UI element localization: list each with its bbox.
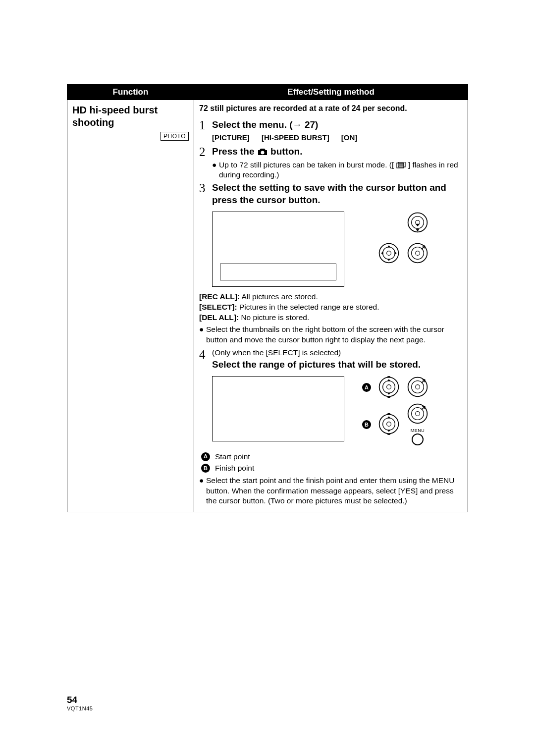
- svg-point-0: [261, 151, 264, 154]
- document-id: VQT1N45: [67, 705, 93, 711]
- cursor-updown-icon: [378, 413, 400, 435]
- step-2-title: Press the button.: [212, 146, 302, 157]
- step-4-sub: (Only when the [SELECT] is selected): [212, 348, 463, 357]
- marker-a: A: [201, 452, 210, 461]
- menu-button-icon: [407, 433, 428, 446]
- page-number: 54: [67, 695, 93, 705]
- marker-a: A: [362, 383, 371, 392]
- svg-point-27: [412, 434, 423, 445]
- function-title: HD hi-speed burst shooting: [72, 104, 189, 129]
- menu-path: [PICTURE] [HI-SPEED BURST] [ON]: [212, 133, 463, 142]
- svg-point-10: [383, 247, 395, 259]
- svg-point-14: [416, 251, 420, 255]
- legend-b-text: Finish point: [215, 462, 254, 474]
- step-number: 1: [199, 119, 212, 131]
- page-footer: 54 VQT1N45: [67, 695, 93, 711]
- svg-point-7: [412, 216, 424, 228]
- options-block: [REC ALL]: All pictures are stored. [SEL…: [199, 292, 463, 346]
- burst-indicator-icon: [396, 162, 406, 169]
- cursor-press-icon: [407, 376, 428, 398]
- step-2: 2 Press the button.: [199, 146, 463, 158]
- step-4-title: Select the range of pictures that will b…: [212, 359, 463, 371]
- function-cell: HD hi-speed burst shooting PHOTO: [67, 100, 194, 512]
- step-1: 1 Select the menu. (→ 27): [199, 119, 463, 131]
- step-4: 4 (Only when the [SELECT] is selected) S…: [199, 348, 463, 371]
- camera-icon: [257, 148, 268, 156]
- figure-step-4: A: [212, 376, 463, 446]
- step-number: 3: [199, 182, 212, 194]
- step-3: 3 Select the setting to save with the cu…: [199, 182, 463, 206]
- svg-point-17: [387, 385, 391, 389]
- cursor-down-icon: [407, 212, 428, 233]
- cursor-press-icon: [407, 403, 428, 425]
- header-effect: Effect/Setting method: [194, 85, 468, 100]
- step-3-title: Select the setting to save with the curs…: [212, 182, 446, 205]
- svg-point-16: [383, 381, 395, 393]
- step-number: 2: [199, 146, 212, 158]
- menu-caption: MENU: [407, 428, 428, 433]
- legend-a-text: Start point: [215, 451, 250, 462]
- arrow-icon: →: [293, 119, 302, 130]
- cursor-cross-icon: [378, 242, 400, 264]
- step-1-title: Select the menu. (→ 27): [212, 119, 318, 130]
- header-function: Function: [67, 85, 194, 100]
- figure-step-3: [212, 212, 463, 287]
- step-4-note: ● Select the start point and the finish …: [199, 476, 463, 505]
- step-2-note: ● Up to 72 still pictures can be taken i…: [212, 160, 463, 180]
- function-table: Function Effect/Setting method HD hi-spe…: [67, 84, 468, 512]
- screen-diagram: [212, 212, 344, 287]
- svg-point-20: [416, 385, 420, 389]
- svg-point-23: [387, 422, 391, 427]
- step-number: 4: [199, 348, 212, 361]
- svg-point-26: [416, 412, 420, 416]
- marker-b: B: [362, 420, 371, 429]
- screen-diagram: [212, 376, 344, 441]
- svg-point-11: [387, 251, 391, 255]
- effect-cell: 72 still pictures are recorded at a rate…: [194, 100, 468, 512]
- photo-tag: PHOTO: [160, 132, 189, 141]
- legend-list: A Start point B Finish point: [201, 451, 463, 474]
- marker-b: B: [201, 464, 210, 473]
- cursor-press-icon: [407, 242, 428, 264]
- cursor-updown-icon: [378, 376, 400, 398]
- lead-text: 72 still pictures are recorded at a rate…: [199, 104, 463, 113]
- svg-point-22: [383, 418, 395, 431]
